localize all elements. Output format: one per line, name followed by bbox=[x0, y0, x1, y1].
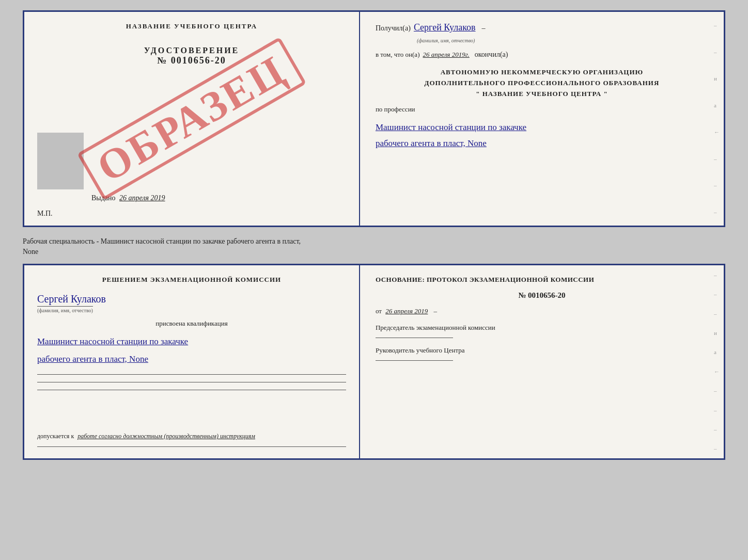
udost-number: № 0010656-20 bbox=[144, 55, 240, 66]
org-block: АВТОНОМНУЮ НЕКОММЕРЧЕСКУЮ ОРГАНИЗАЦИЮ ДО… bbox=[376, 67, 708, 99]
fio-hint-top: (фамилия, имя, отчество) bbox=[417, 38, 475, 43]
vtom-date: 26 апреля 2019г. bbox=[423, 51, 469, 59]
middle-text-area: Рабочая специальность - Машинист насосно… bbox=[23, 232, 725, 259]
osnovanie-title: Основание: протокол экзаменационной коми… bbox=[376, 276, 708, 284]
dopusk-text: работе согласно должностным (производств… bbox=[77, 433, 255, 440]
document-bottom: Решением экзаменационной комиссии Сергей… bbox=[23, 264, 725, 460]
udostoverenie-label: УДОСТОВЕРЕНИЕ bbox=[144, 46, 240, 55]
profession-block: Машинист насосной станции по закачке раб… bbox=[376, 120, 708, 151]
dopusk-block: допускается к работе согласно должностны… bbox=[37, 433, 346, 440]
udostoverenie-block: УДОСТОВЕРЕНИЕ № 0010656-20 bbox=[144, 46, 240, 66]
chairman-block: Председатель экзаменационной комиссии bbox=[376, 323, 708, 338]
profession-2: рабочего агента в пласт, None bbox=[376, 136, 708, 152]
underline-3 bbox=[37, 390, 346, 390]
profession-1: Машинист насосной станции по закачке bbox=[376, 120, 708, 136]
doc-right-panel: Получил(а) Сергей Кулаков – (фамилия, им… bbox=[360, 12, 724, 226]
bottom-right-dashes: –––иа←–––– bbox=[714, 265, 720, 458]
middle-text-line2: None bbox=[23, 248, 38, 255]
predsedatel-signature bbox=[376, 338, 453, 338]
komissia-title: Решением экзаменационной комиссии bbox=[37, 276, 346, 284]
underline-1 bbox=[37, 374, 346, 375]
rukov-block: Руководитель учебного Центра bbox=[376, 345, 708, 361]
poluchil-label: Получил(а) bbox=[376, 24, 411, 33]
block-text-3: " НАЗВАНИЕ УЧЕБНОГО ЦЕНТРА " bbox=[376, 89, 708, 100]
vydano-label: Выдано bbox=[91, 194, 116, 202]
right-side-dashes: ––иа←––– bbox=[714, 12, 720, 226]
underline-2 bbox=[37, 382, 346, 382]
vtom-line: в том, что он(а) 26 апреля 2019г. окончи… bbox=[376, 51, 708, 59]
center-title-top: НАЗВАНИЕ УЧЕБНОГО ЦЕНТРА bbox=[126, 22, 258, 30]
poluchil-line: Получил(а) Сергей Кулаков – bbox=[376, 22, 708, 33]
okonchil-label: окончил(а) bbox=[475, 51, 508, 59]
underline-4 bbox=[37, 446, 346, 447]
kvalif-1: Машинист насосной станции по закачке bbox=[37, 333, 346, 350]
po-professii: по профессии bbox=[376, 105, 708, 114]
poluchil-name: Сергей Кулаков bbox=[414, 22, 476, 33]
document-top: НАЗВАНИЕ УЧЕБНОГО ЦЕНТРА ОБРАЗЕЦ УДОСТОВ… bbox=[23, 10, 725, 227]
doc-bottom-right: Основание: протокол экзаменационной коми… bbox=[360, 265, 724, 458]
doc-bottom-left: Решением экзаменационной комиссии Сергей… bbox=[24, 265, 360, 458]
photo-placeholder bbox=[37, 133, 84, 189]
block-text-2: ДОПОЛНИТЕЛЬНОГО ПРОФЕССИОНАЛЬНОГО ОБРАЗО… bbox=[376, 78, 708, 89]
doc-left-panel: НАЗВАНИЕ УЧЕБНОГО ЦЕНТРА ОБРАЗЕЦ УДОСТОВ… bbox=[24, 12, 360, 226]
dopusk-label: допускается к bbox=[37, 433, 74, 440]
mp-label: М.П. bbox=[37, 210, 53, 218]
vtom-label: в том, что он(а) bbox=[376, 51, 420, 59]
ot-label: от bbox=[376, 307, 382, 315]
prisvoena: присвоена квалификация bbox=[37, 319, 346, 328]
rukov-label: Руководитель учебного Центра bbox=[376, 346, 465, 354]
vydano-line: Выдано 26 апреля 2019 bbox=[91, 194, 165, 202]
komissia-name-block: Сергей Кулаков (фамилия, имя, отчество) bbox=[37, 293, 346, 314]
komissia-name: Сергей Кулаков bbox=[37, 293, 106, 305]
kvalif-2: рабочего агента в пласт, None bbox=[37, 350, 346, 368]
ot-date: 26 апреля 2019 bbox=[385, 307, 428, 315]
protocol-number: № 0010656-20 bbox=[376, 291, 708, 300]
middle-text-line1: Рабочая специальность - Машинист насосно… bbox=[23, 237, 301, 245]
fio-hint-bottom: (фамилия, имя, отчество) bbox=[37, 306, 93, 313]
rukov-signature bbox=[376, 360, 453, 361]
block-text-1: АВТОНОМНУЮ НЕКОММЕРЧЕСКУЮ ОРГАНИЗАЦИЮ bbox=[376, 67, 708, 78]
vydano-date: 26 апреля 2019 bbox=[119, 194, 165, 202]
ot-date-line: от 26 апреля 2019 – bbox=[376, 307, 708, 315]
kvalif-block: Машинист насосной станции по закачке раб… bbox=[37, 333, 346, 368]
predsedatel-label: Председатель экзаменационной комиссии bbox=[376, 324, 495, 331]
